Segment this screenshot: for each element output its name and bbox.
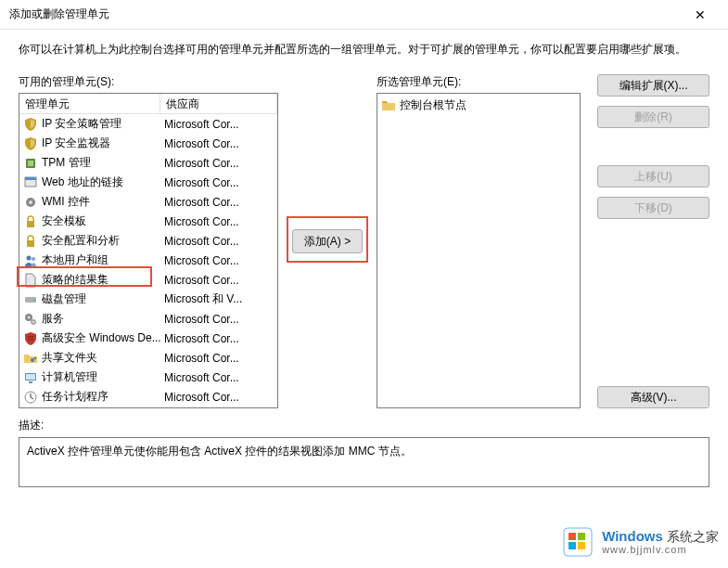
list-item[interactable]: IP 安全策略管理Microsoft Cor... bbox=[19, 114, 277, 134]
item-name: 服务 bbox=[42, 311, 162, 327]
list-item[interactable]: Web 地址的链接Microsoft Cor... bbox=[19, 173, 277, 192]
list-item[interactable]: 本地用户和组Microsoft Cor... bbox=[19, 251, 277, 270]
item-name: 磁盘管理 bbox=[42, 291, 162, 307]
watermark-brand-en: Windows bbox=[602, 528, 663, 544]
svg-rect-21 bbox=[26, 374, 35, 380]
item-name: 安全配置和分析 bbox=[42, 233, 162, 249]
svg-point-11 bbox=[33, 299, 35, 301]
users-icon bbox=[23, 253, 38, 268]
item-name: 本地用户和组 bbox=[42, 252, 162, 268]
svg-point-18 bbox=[31, 358, 34, 362]
intro-text: 你可以在计算机上为此控制台选择可用的管理单元并配置所选的一组管理单元。对于可扩展… bbox=[0, 30, 728, 74]
list-item[interactable]: 计算机管理Microsoft Cor... bbox=[19, 368, 277, 387]
item-vendor: Microsoft Cor... bbox=[162, 118, 274, 131]
description-label: 描述: bbox=[19, 418, 709, 433]
item-vendor: Microsoft Cor... bbox=[162, 176, 274, 189]
svg-rect-17 bbox=[28, 339, 33, 341]
add-button[interactable]: 添加(A) > bbox=[292, 229, 363, 253]
disk-icon bbox=[23, 292, 38, 307]
close-button[interactable]: ✕ bbox=[682, 0, 719, 30]
folder-share-icon bbox=[23, 351, 38, 366]
item-vendor: Microsoft Cor... bbox=[162, 274, 274, 287]
folder-icon bbox=[381, 98, 396, 113]
link-icon bbox=[23, 175, 38, 190]
middle-column: 添加(A) > bbox=[286, 74, 369, 408]
item-vendor: Microsoft Cor... bbox=[162, 332, 274, 345]
svg-rect-6 bbox=[27, 221, 34, 227]
item-name: WMI 控件 bbox=[42, 194, 162, 210]
item-name: 计算机管理 bbox=[42, 369, 162, 385]
watermark-brand-zh: 系统之家 bbox=[667, 529, 719, 544]
list-item[interactable]: 任务计划程序Microsoft Cor... bbox=[19, 387, 277, 407]
available-listbox[interactable]: 管理单元 供应商 IP 安全策略管理Microsoft Cor...IP 安全监… bbox=[19, 93, 278, 408]
list-item[interactable]: 高级安全 Windows De...Microsoft Cor... bbox=[19, 329, 277, 348]
svg-rect-22 bbox=[29, 381, 32, 383]
item-vendor: Microsoft Cor... bbox=[162, 391, 274, 404]
svg-rect-25 bbox=[568, 533, 576, 540]
watermark-url: www.bjjmlv.com bbox=[602, 544, 719, 555]
shield-icon bbox=[23, 136, 38, 151]
list-item[interactable]: 安全模板Microsoft Cor... bbox=[19, 212, 277, 231]
gear-icon bbox=[23, 195, 38, 210]
item-name: 共享文件夹 bbox=[42, 350, 162, 366]
window-title: 添加或删除管理单元 bbox=[9, 6, 682, 22]
svg-rect-27 bbox=[568, 542, 576, 549]
available-column: 可用的管理单元(S): 管理单元 供应商 IP 安全策略管理Microsoft … bbox=[19, 74, 278, 408]
item-name: 高级安全 Windows De... bbox=[42, 330, 162, 346]
svg-rect-26 bbox=[578, 533, 585, 540]
list-item[interactable]: WMI 控件Microsoft Cor... bbox=[19, 192, 277, 212]
item-vendor: Microsoft Cor... bbox=[162, 371, 274, 384]
item-name: 安全模板 bbox=[42, 213, 162, 229]
tree-root-item[interactable]: 控制台根节点 bbox=[381, 97, 576, 113]
gears-icon bbox=[23, 312, 38, 327]
edit-extensions-button[interactable]: 编辑扩展(X)... bbox=[597, 74, 709, 97]
item-name: 策略的结果集 bbox=[42, 272, 162, 288]
move-down-button[interactable]: 下移(D) bbox=[597, 197, 709, 219]
svg-rect-1 bbox=[28, 161, 33, 166]
windows-logo-icon bbox=[561, 525, 594, 559]
svg-point-15 bbox=[32, 321, 34, 323]
list-item[interactable]: 安全配置和分析Microsoft Cor... bbox=[19, 231, 277, 251]
lock-icon bbox=[23, 214, 38, 229]
item-vendor: Microsoft Cor... bbox=[162, 313, 274, 326]
watermark: Windows 系统之家 www.bjjmlv.com bbox=[561, 525, 719, 559]
list-item[interactable]: 磁盘管理Microsoft 和 V... bbox=[19, 290, 277, 309]
svg-rect-3 bbox=[25, 177, 36, 180]
col-header-vendor[interactable]: 供应商 bbox=[160, 94, 277, 113]
list-item[interactable]: 服务Microsoft Cor... bbox=[19, 309, 277, 329]
watermark-text: Windows 系统之家 www.bjjmlv.com bbox=[602, 529, 719, 556]
listbox-header: 管理单元 供应商 bbox=[19, 94, 277, 114]
advanced-button[interactable]: 高级(V)... bbox=[597, 386, 709, 408]
item-vendor: Microsoft Cor... bbox=[162, 196, 274, 209]
clock-icon bbox=[23, 390, 38, 405]
item-name: IP 安全监视器 bbox=[42, 136, 162, 151]
list-item[interactable]: 共享文件夹Microsoft Cor... bbox=[19, 348, 277, 368]
list-item[interactable]: 策略的结果集Microsoft Cor... bbox=[19, 270, 277, 290]
svg-point-5 bbox=[29, 200, 32, 204]
item-vendor: Microsoft Cor... bbox=[162, 215, 274, 228]
available-label: 可用的管理单元(S): bbox=[19, 74, 278, 90]
shield-icon bbox=[23, 117, 38, 132]
selected-treebox[interactable]: 控制台根节点 bbox=[377, 93, 581, 408]
list-item[interactable]: TPM 管理Microsoft Cor... bbox=[19, 153, 277, 173]
remove-button[interactable]: 删除(R) bbox=[597, 106, 709, 128]
firewall-icon bbox=[23, 331, 38, 346]
list-item[interactable]: IP 安全监视器Microsoft Cor... bbox=[19, 134, 277, 153]
item-name: Web 地址的链接 bbox=[42, 174, 162, 190]
tree-root-label: 控制台根节点 bbox=[400, 97, 466, 113]
button-column: 编辑扩展(X)... 删除(R) 上移(U) 下移(D) 高级(V)... bbox=[588, 74, 709, 408]
svg-point-9 bbox=[32, 257, 35, 261]
chip-icon bbox=[23, 156, 38, 171]
svg-rect-7 bbox=[27, 240, 34, 247]
main-content: 可用的管理单元(S): 管理单元 供应商 IP 安全策略管理Microsoft … bbox=[0, 74, 728, 408]
description-section: 描述: ActiveX 控件管理单元使你能用包含 ActiveX 控件的结果视图… bbox=[0, 408, 728, 487]
item-vendor: Microsoft Cor... bbox=[162, 157, 274, 170]
svg-rect-16 bbox=[28, 336, 33, 338]
item-name: IP 安全策略管理 bbox=[42, 116, 162, 132]
item-name: 任务计划程序 bbox=[42, 389, 162, 405]
item-vendor: Microsoft Cor... bbox=[162, 352, 274, 365]
move-up-button[interactable]: 上移(U) bbox=[597, 165, 709, 187]
item-name: TPM 管理 bbox=[42, 155, 162, 171]
item-vendor: Microsoft Cor... bbox=[162, 235, 274, 248]
col-header-name[interactable]: 管理单元 bbox=[19, 94, 160, 113]
